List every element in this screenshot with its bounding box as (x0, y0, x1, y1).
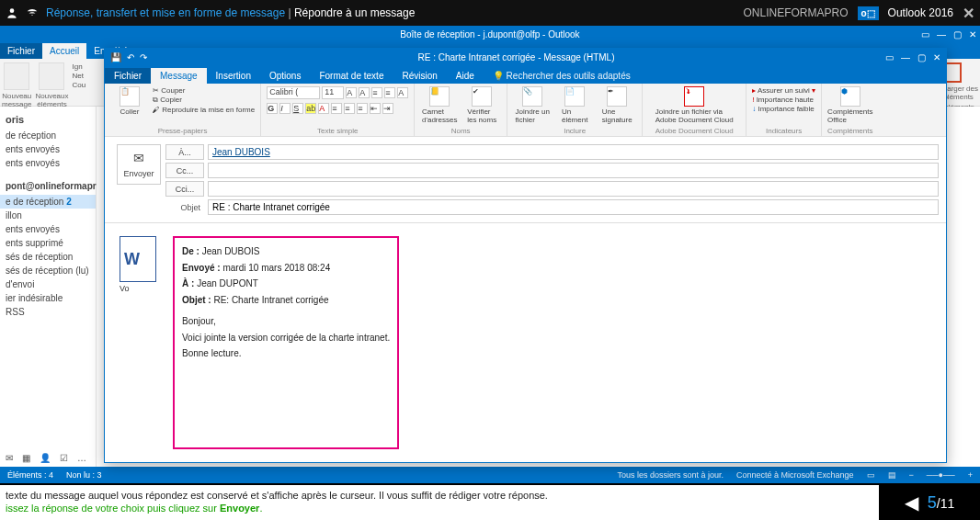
bullets-button[interactable]: ≡ (371, 87, 382, 98)
account-header[interactable]: oris (0, 110, 96, 129)
tasks-icon[interactable]: ☑ (60, 453, 68, 463)
align-right-button[interactable]: ≡ (357, 103, 368, 114)
tab-file[interactable]: Fichier (0, 43, 42, 59)
address-book-button[interactable]: 📒Carnet d'adresses (420, 86, 459, 124)
tab-review[interactable]: Révision (393, 68, 446, 84)
indent-inc-button[interactable]: ⇥ (382, 103, 393, 114)
font-color-button[interactable]: A (318, 103, 329, 114)
view-normal-icon[interactable]: ▭ (867, 470, 875, 480)
sidebar-item[interactable]: ents supprimé (0, 236, 96, 250)
subject-field[interactable] (208, 199, 939, 215)
sidebar-item[interactable]: ents envoyés (0, 142, 96, 156)
message-body[interactable]: Vo De : Jean DUBOIS Envoyé : mardi 10 ma… (105, 223, 946, 462)
send-button[interactable]: ✉ Envoyer (117, 144, 161, 185)
close-icon[interactable]: ✕ (963, 5, 974, 22)
font-name-select[interactable]: Calibri ( (267, 86, 320, 99)
save-icon[interactable]: 💾 (110, 52, 121, 62)
numbering-button[interactable]: ≡ (384, 87, 395, 98)
cleanup-button[interactable]: Net (73, 72, 86, 80)
new-mail-button[interactable] (4, 62, 29, 90)
sidebar-item-label: e de réception (6, 197, 63, 207)
ribbon-collapse-icon[interactable]: ▭ (885, 52, 894, 62)
shrink-font-button[interactable]: A (359, 87, 370, 98)
bcc-button[interactable]: Cci... (165, 181, 204, 197)
sidebar-item[interactable]: illon (0, 209, 96, 222)
sidebar-item[interactable]: ents envoyés (0, 156, 96, 170)
maximize-icon[interactable]: ▢ (917, 52, 926, 62)
low-importance-button[interactable]: ↓ Importance faible (752, 105, 815, 113)
attach-item-button[interactable]: 📄Un élément (555, 86, 594, 124)
align-left-button[interactable]: ≡ (331, 103, 342, 114)
maximize-icon[interactable]: ▢ (953, 29, 962, 40)
cc-field[interactable] (208, 163, 939, 178)
attach-file-button[interactable]: 📎Joindre un fichier (513, 86, 552, 124)
clear-format-button[interactable]: A (397, 87, 408, 98)
paste-button[interactable]: 📋Coller (110, 86, 149, 116)
sidebar-item[interactable]: d'envoi (0, 277, 96, 291)
calendar-icon[interactable]: ▦ (22, 453, 30, 463)
sidebar-item[interactable]: sés de réception (0, 250, 96, 264)
sidebar-item[interactable]: RSS (0, 305, 96, 319)
to-field[interactable]: Jean DUBOIS (208, 144, 939, 160)
align-center-button[interactable]: ≡ (344, 103, 355, 114)
breadcrumb-link[interactable]: Réponse, transfert et mise en forme de m… (46, 6, 285, 19)
grow-font-button[interactable]: A (346, 87, 357, 98)
zoom-out-button[interactable]: − (909, 470, 914, 480)
tab-format[interactable]: Format de texte (310, 68, 393, 84)
status-connection: Connecté à Microsoft Exchange (736, 470, 854, 480)
close-icon[interactable]: ✕ (969, 29, 976, 40)
tab-message[interactable]: Message (151, 68, 207, 84)
svg-point-0 (10, 8, 15, 13)
mail-icon[interactable]: ✉ (6, 453, 13, 463)
people-icon[interactable]: 👤 (40, 453, 51, 463)
brand-label: ONLINEFORMAPRO (743, 6, 848, 19)
bcc-field[interactable] (208, 181, 939, 197)
font-size-select[interactable]: 11 (322, 86, 344, 99)
junk-button[interactable]: Cou (73, 81, 86, 89)
zoom-slider[interactable]: ──●── (927, 470, 955, 480)
training-topbar: Réponse, transfert et mise en forme de m… (0, 0, 980, 26)
account-header[interactable]: pont@onlineformapro (0, 177, 96, 195)
tab-home[interactable]: Accueil (42, 43, 86, 59)
undo-icon[interactable]: ↶ (127, 52, 134, 62)
minimize-icon[interactable]: — (937, 29, 946, 40)
tab-help[interactable]: Aide (447, 68, 484, 84)
word-attachment-icon[interactable] (120, 236, 156, 282)
copy-button[interactable]: ⧉ Copier (153, 96, 255, 105)
close-icon[interactable]: ✕ (933, 52, 940, 62)
to-button[interactable]: À... (165, 144, 204, 160)
format-painter-button[interactable]: 🖌 Reproduire la mise en forme (153, 106, 255, 114)
tab-file[interactable]: Fichier (105, 68, 151, 84)
more-icon[interactable]: … (77, 453, 86, 463)
redo-icon[interactable]: ↷ (140, 52, 147, 62)
check-names-button[interactable]: ✔Vérifier les noms (462, 86, 501, 124)
tab-options[interactable]: Options (260, 68, 310, 84)
ignore-button[interactable]: Ign (73, 62, 86, 71)
highlight-button[interactable]: ab (305, 103, 316, 114)
underline-button[interactable]: S (292, 103, 303, 114)
sidebar-item[interactable]: ier indésirable (0, 291, 96, 305)
cc-button[interactable]: Cc... (165, 163, 204, 178)
ribbon-collapse-icon[interactable]: ▭ (921, 29, 929, 40)
bold-button[interactable]: G (267, 103, 278, 114)
adobe-attach-button[interactable]: ⮯Joindre un fichier via Adobe Document C… (648, 86, 740, 124)
tab-insert[interactable]: Insertion (207, 68, 260, 84)
follow-up-button[interactable]: ▸ Assurer un suivi ▾ (752, 86, 815, 95)
compose-window-title: RE : Charte Intranet corrigée - Message … (153, 52, 880, 62)
minimize-icon[interactable]: — (901, 52, 910, 62)
tell-me-search[interactable]: 💡 Rechercher des outils adaptés (484, 68, 640, 84)
signature-button[interactable]: ✒Une signature (598, 86, 636, 124)
italic-button[interactable]: I (279, 103, 291, 114)
sidebar-item[interactable]: sés de réception (lu) (0, 264, 96, 277)
indent-dec-button[interactable]: ⇤ (370, 103, 381, 114)
sidebar-item[interactable]: ents envoyés (0, 222, 96, 236)
prev-step-button[interactable]: ◀ (905, 492, 918, 514)
view-reading-icon[interactable]: ▤ (888, 470, 896, 480)
sidebar-item-inbox[interactable]: e de réception 2 (0, 195, 96, 209)
high-importance-button[interactable]: ! Importance haute (752, 96, 815, 104)
zoom-in-button[interactable]: + (968, 470, 973, 480)
sidebar-item[interactable]: de réception (0, 129, 96, 142)
cut-button[interactable]: ✂ Couper (153, 86, 255, 95)
new-items-button[interactable] (39, 62, 64, 90)
office-addins-button[interactable]: ⬢Compléments Office (827, 86, 872, 124)
